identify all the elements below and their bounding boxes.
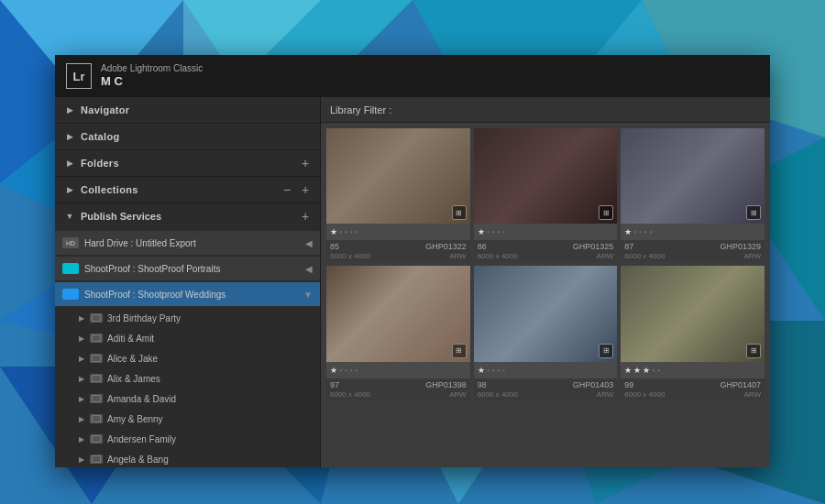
photo-meta: 99 6000 x 4000 GHP01407 ARW bbox=[621, 378, 764, 400]
navigator-label: Navigator bbox=[81, 104, 313, 115]
shootproof-weddings-label: ShootProof : Shootproof Weddings bbox=[84, 290, 300, 300]
publish-arrow: ▼ bbox=[64, 211, 75, 222]
rating-dot: ● bbox=[657, 367, 661, 373]
tree-item[interactable]: ▶ Andersen Family bbox=[55, 429, 320, 449]
tree-item-icon bbox=[90, 455, 103, 464]
rating-dot: ● bbox=[502, 367, 506, 373]
photo-format: ARW bbox=[597, 390, 614, 399]
svg-rect-22 bbox=[93, 335, 100, 341]
collections-add-button[interactable]: + bbox=[298, 182, 313, 197]
tree-item[interactable]: ▶ Alix & James bbox=[55, 368, 320, 389]
photo-meta: 97 6000 x 4000 GHP01398 ARW bbox=[326, 378, 470, 400]
collections-minus-button[interactable]: − bbox=[280, 182, 294, 197]
meta-left: 86 6000 x 4000 bbox=[478, 242, 518, 260]
tree-item-label: Angela & Bang bbox=[107, 455, 169, 465]
photo-size: 6000 x 4000 bbox=[330, 252, 370, 260]
rating-dot: ● bbox=[497, 229, 500, 235]
tree-item-label: 3rd Birthday Party bbox=[107, 313, 181, 323]
rating-dot: ● bbox=[644, 229, 648, 235]
folders-header[interactable]: ▶ Folders + bbox=[55, 150, 320, 176]
tree-item[interactable]: ▶ Alice & Jake bbox=[55, 348, 320, 368]
photo-meta: 87 6000 x 4000 GHP01329 ARW bbox=[621, 240, 764, 262]
folders-add-button[interactable]: + bbox=[298, 156, 313, 170]
photo-meta: 85 6000 x 4000 GHP01322 ARW bbox=[326, 240, 470, 262]
tree-item[interactable]: ▶ 3rd Birthday Party bbox=[55, 308, 320, 328]
rating-dot: ● bbox=[502, 229, 506, 235]
photo-rating: ★●●●● bbox=[326, 362, 470, 378]
photo-rating: ★●●●● bbox=[621, 224, 764, 240]
photo-grid: ⊞ ★●●●● 85 6000 x 4000 GHP01322 ARW ⊞ ★●… bbox=[321, 123, 770, 467]
shootproof-portraits-service[interactable]: ShootProof : ShootProof Portraits ◀ bbox=[55, 257, 320, 280]
star-filled: ★ bbox=[478, 366, 485, 375]
photo-size: 6000 x 4000 bbox=[478, 390, 518, 399]
tree-item-label: Andersen Family bbox=[107, 434, 176, 444]
collections-header[interactable]: ▶ Collections − + bbox=[55, 177, 320, 203]
folders-actions: + bbox=[298, 156, 313, 170]
photo-size: 6000 x 4000 bbox=[330, 390, 370, 399]
tree-item[interactable]: ▶ Amanda & David bbox=[55, 389, 320, 409]
photo-thumbnail: ⊞ bbox=[326, 128, 470, 224]
rating-dot: ● bbox=[491, 229, 495, 235]
filter-bar: Library Filter : bbox=[321, 97, 770, 123]
photo-id: GHP01407 bbox=[720, 380, 761, 389]
tree-item[interactable]: ▶ Angela & Bang bbox=[55, 449, 320, 467]
folders-label: Folders bbox=[81, 158, 298, 169]
photo-number: 87 bbox=[624, 242, 665, 251]
photo-cell[interactable]: ⊞ ★●●●● 97 6000 x 4000 GHP01398 ARW bbox=[326, 266, 470, 400]
photo-cell[interactable]: ⊞ ★●●●● 86 6000 x 4000 GHP01325 ARW bbox=[474, 128, 618, 262]
rating-dot: ● bbox=[497, 367, 500, 373]
shootproof-weddings-service[interactable]: ShootProof : Shootproof Weddings ▼ bbox=[55, 282, 320, 306]
catalog-header[interactable]: ▶ Catalog bbox=[55, 124, 320, 149]
main-content: ▶ Navigator ▶ Catalog ▶ Folders + bbox=[55, 97, 770, 467]
tree-item[interactable]: ▶ Aditi & Amit bbox=[55, 328, 320, 348]
photo-format: ARW bbox=[597, 252, 614, 260]
photo-rating: ★●●●● bbox=[474, 362, 618, 378]
tree-item-icon bbox=[90, 374, 103, 383]
tree-item-icon bbox=[90, 354, 103, 363]
photo-badge-icon: ⊞ bbox=[599, 344, 613, 358]
tree-item-label: Amanda & David bbox=[107, 394, 176, 404]
photo-cell[interactable]: ⊞ ★●●●● 87 6000 x 4000 GHP01329 ARW bbox=[621, 128, 764, 262]
photo-size: 6000 x 4000 bbox=[624, 252, 665, 260]
publish-label: Publish Services bbox=[81, 211, 298, 222]
svg-rect-32 bbox=[93, 436, 100, 442]
photo-cell[interactable]: ⊞ ★●●●● 85 6000 x 4000 GHP01322 ARW bbox=[326, 128, 470, 262]
hard-drive-service[interactable]: HD Hard Drive : Untitled Export ◀ bbox=[55, 231, 320, 255]
meta-left: 87 6000 x 4000 bbox=[624, 242, 665, 260]
photo-rating: ★●●●● bbox=[326, 224, 470, 240]
shootproof-weddings-arrow: ▼ bbox=[303, 290, 313, 300]
rating-dot: ● bbox=[633, 229, 637, 235]
rating-dot: ● bbox=[349, 367, 353, 373]
rating-dot: ● bbox=[345, 367, 348, 373]
tree-item-icon bbox=[90, 434, 103, 444]
publish-actions: + bbox=[298, 209, 313, 224]
rating-dot: ● bbox=[487, 229, 490, 235]
tree-item-arrow: ▶ bbox=[77, 455, 86, 464]
photo-size: 6000 x 4000 bbox=[624, 390, 665, 399]
publish-add-button[interactable]: + bbox=[298, 209, 313, 224]
title-text: Adobe Lightroom Classic M C bbox=[101, 63, 203, 89]
publish-services-section: ▼ Publish Services + HD Hard Drive : Unt… bbox=[55, 203, 320, 467]
photo-cell[interactable]: ⊞ ★★★●● 99 6000 x 4000 GHP01407 ARW bbox=[621, 266, 764, 400]
rating-dot: ● bbox=[345, 229, 348, 235]
photo-number: 99 bbox=[624, 380, 665, 389]
tree-item-icon bbox=[90, 313, 103, 323]
shootproof-portraits-label: ShootProof : ShootProof Portraits bbox=[84, 264, 302, 274]
photo-cell[interactable]: ⊞ ★●●●● 98 6000 x 4000 GHP01403 ARW bbox=[474, 266, 618, 400]
tree-item[interactable]: ▶ Amy & Benny bbox=[55, 409, 320, 429]
navigator-header[interactable]: ▶ Navigator bbox=[55, 97, 320, 123]
folders-arrow: ▶ bbox=[64, 158, 75, 169]
tree-item-label: Alice & Jake bbox=[107, 354, 158, 364]
photo-badge-icon: ⊞ bbox=[746, 205, 761, 220]
hard-drive-arrow: ◀ bbox=[305, 238, 313, 248]
tree-item-label: Amy & Benny bbox=[107, 414, 163, 424]
rating-dot: ● bbox=[355, 367, 358, 373]
tree-item-arrow: ▶ bbox=[77, 313, 86, 323]
catalog-section: ▶ Catalog bbox=[55, 124, 320, 150]
photo-id: GHP01325 bbox=[573, 242, 614, 251]
svg-rect-26 bbox=[93, 376, 100, 381]
rating-dot: ● bbox=[639, 229, 643, 235]
app-window: Lr Adobe Lightroom Classic M C ▶ Navigat… bbox=[55, 55, 770, 467]
rating-dot: ● bbox=[349, 229, 353, 235]
publish-services-header[interactable]: ▼ Publish Services + bbox=[55, 203, 320, 229]
